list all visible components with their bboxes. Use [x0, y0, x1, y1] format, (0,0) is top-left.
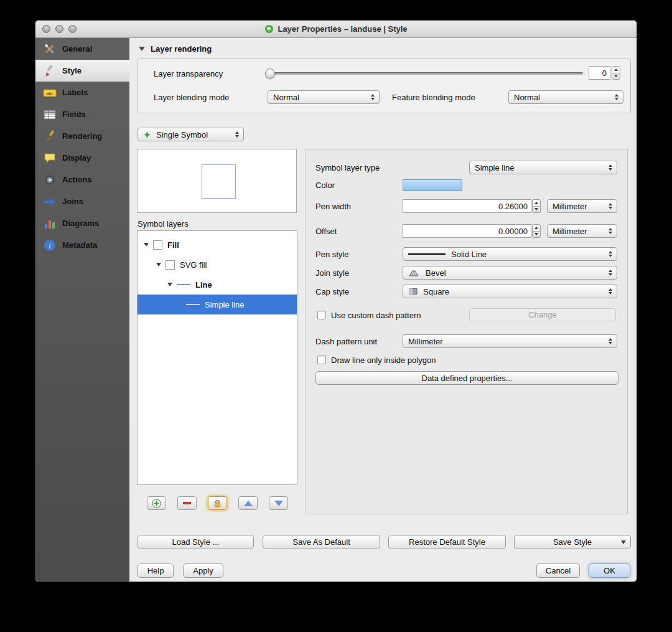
dropdown-arrows-icon	[607, 335, 614, 347]
renderer-value: Single Symbol	[156, 130, 208, 139]
transparency-value: 0	[602, 68, 607, 78]
transparency-value-field[interactable]: 0	[589, 66, 610, 80]
help-button[interactable]: Help	[138, 564, 174, 578]
transparency-slider-knob[interactable]	[265, 68, 275, 78]
dropdown-arrows-icon	[233, 128, 240, 141]
sidebar-item-actions[interactable]: Actions	[35, 169, 129, 191]
data-defined-properties-button[interactable]: Data defined properties...	[315, 371, 618, 385]
layer-properties-window: Layer Properties – landuse | Style Gener…	[35, 20, 637, 582]
tree-row-label: SVG fill	[180, 260, 207, 270]
draw-inside-checkbox[interactable]	[317, 356, 326, 364]
fields-table-icon	[43, 108, 57, 121]
save-as-default-button[interactable]: Save As Default	[263, 535, 380, 549]
layer-rendering-title: Layer rendering	[151, 44, 212, 54]
dash-pattern-unit-dropdown[interactable]: Millimeter	[403, 334, 617, 348]
symbol-layer-type-dropdown[interactable]: Simple line	[469, 161, 617, 174]
simple-line-swatch-icon	[186, 304, 200, 305]
offset-stepper[interactable]	[532, 224, 541, 238]
load-style-label: Load Style ...	[172, 537, 220, 547]
bevel-join-icon	[408, 269, 421, 276]
tree-row-fill[interactable]: Fill	[138, 235, 297, 255]
feature-blending-value: Normal	[514, 93, 540, 102]
window-title-text: Layer Properties – landuse | Style	[278, 24, 407, 34]
save-style-button[interactable]: Save Style	[514, 535, 631, 549]
help-label: Help	[147, 566, 164, 575]
save-as-default-label: Save As Default	[292, 537, 350, 547]
expand-collapse-icon[interactable]	[167, 283, 172, 286]
sidebar-item-labels[interactable]: abc Labels	[35, 82, 129, 103]
sidebar-item-label: Joins	[62, 197, 83, 206]
color-swatch-button[interactable]	[403, 179, 462, 191]
symbol-layer-type-value: Simple line	[475, 163, 515, 172]
tree-row-label: Simple line	[205, 300, 245, 309]
lock-color-button[interactable]	[208, 496, 227, 510]
sidebar-item-style[interactable]: Style	[35, 60, 129, 82]
move-up-button[interactable]	[238, 496, 258, 510]
tools-icon	[43, 42, 57, 56]
line-swatch-icon	[177, 284, 190, 285]
offset-field[interactable]: 0.00000	[403, 224, 531, 238]
svg-fill-swatch-icon	[166, 260, 175, 270]
use-custom-dash-label: Use custom dash pattern	[331, 308, 421, 322]
load-style-button[interactable]: Load Style ...	[138, 535, 254, 549]
fill-swatch-icon	[153, 240, 162, 250]
restore-default-style-label: Restore Default Style	[409, 537, 485, 547]
display-bubble-icon	[43, 151, 57, 165]
change-dash-button[interactable]: Change	[469, 308, 616, 321]
remove-symbol-layer-button[interactable]	[177, 496, 197, 510]
symbol-properties-panel: Symbol layer type Simple line Color Pen …	[306, 149, 628, 514]
join-style-dropdown[interactable]: Bevel	[403, 266, 617, 280]
tree-row-svg-fill[interactable]: SVG fill	[138, 255, 297, 275]
rendering-brush-icon	[43, 130, 57, 143]
window-title: Layer Properties – landuse | Style	[35, 21, 637, 37]
sidebar-item-metadata[interactable]: i Metadata	[35, 234, 129, 256]
feature-blending-dropdown[interactable]: Normal	[508, 90, 623, 104]
join-style-value: Bevel	[426, 268, 446, 278]
sidebar-item-fields[interactable]: Fields	[35, 103, 129, 125]
symbol-preview	[137, 149, 297, 213]
metadata-info-icon: i	[43, 238, 57, 252]
pen-style-value: Solid Line	[451, 250, 487, 259]
move-down-icon	[274, 501, 283, 506]
sidebar-item-label: Metadata	[62, 240, 97, 250]
pen-width-value: 0.26000	[498, 202, 528, 211]
expand-collapse-icon[interactable]	[156, 263, 161, 266]
move-down-button[interactable]	[269, 496, 288, 510]
offset-unit-dropdown[interactable]: Millimeter	[547, 224, 617, 238]
cancel-button[interactable]: Cancel	[536, 564, 580, 578]
sidebar-item-label: Actions	[62, 175, 92, 184]
abc-labels-icon: abc	[43, 86, 57, 100]
sidebar-item-joins[interactable]: Joins	[35, 191, 129, 212]
sidebar-item-diagrams[interactable]: Diagrams	[35, 212, 129, 234]
cancel-label: Cancel	[546, 566, 571, 575]
pen-style-dropdown[interactable]: Solid Line	[403, 247, 617, 261]
transparency-slider-track[interactable]	[268, 72, 583, 75]
tree-row-line[interactable]: Line	[138, 275, 297, 295]
symbol-layers-tree: Fill SVG fill Line Simple line	[137, 230, 297, 485]
tree-row-simple-line[interactable]: Simple line	[138, 295, 297, 314]
expand-collapse-icon[interactable]	[144, 243, 149, 247]
layer-rendering-header[interactable]: Layer rendering	[139, 42, 212, 55]
sidebar-item-rendering[interactable]: Rendering	[35, 125, 129, 147]
ok-button[interactable]: OK	[589, 564, 630, 578]
cap-style-dropdown[interactable]: Square	[403, 285, 617, 298]
add-symbol-layer-button[interactable]	[147, 496, 166, 510]
apply-button[interactable]: Apply	[183, 564, 223, 578]
layer-blending-dropdown[interactable]: Normal	[268, 90, 380, 104]
pen-width-field[interactable]: 0.26000	[403, 199, 531, 213]
symbol-preview-shape	[202, 164, 236, 199]
transparency-stepper[interactable]	[612, 66, 620, 80]
pen-width-unit-dropdown[interactable]: Millimeter	[547, 199, 617, 213]
pen-width-stepper[interactable]	[532, 199, 541, 213]
dropdown-arrows-icon	[613, 91, 620, 103]
use-custom-dash-checkbox[interactable]	[317, 311, 326, 319]
restore-default-style-button[interactable]: Restore Default Style	[388, 535, 506, 549]
renderer-dropdown[interactable]: Single Symbol	[138, 128, 244, 141]
sidebar-item-general[interactable]: General	[35, 38, 129, 60]
sidebar-item-display[interactable]: Display	[35, 147, 129, 169]
lock-color-icon	[213, 499, 222, 508]
offset-unit-value: Millimeter	[553, 227, 587, 236]
dropdown-arrows-icon	[607, 285, 614, 298]
change-dash-label: Change	[528, 310, 557, 319]
pen-style-label: Pen style	[315, 247, 348, 261]
